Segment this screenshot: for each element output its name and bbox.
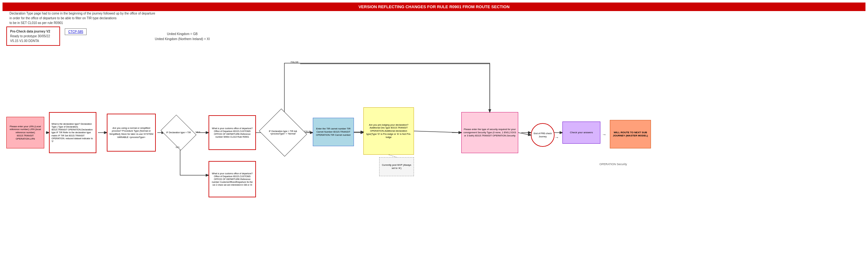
svg-line-11 [389, 155, 397, 157]
no-label-1: NO [176, 146, 180, 149]
arrow-right-2: → [602, 132, 607, 137]
end-pre-check-circle: End of PRE-check Journey [531, 123, 555, 147]
customs-office-2: What is your customs office of departure… [209, 161, 256, 197]
arrow-right-1: → [555, 135, 559, 140]
operation-security-label: OPERATION Security [599, 163, 627, 166]
security-type-box: Please enter the type of security requir… [461, 112, 518, 153]
pre-lodging-box: Are you pre-lodging your declaration? Ad… [363, 107, 414, 155]
version-banner: VERSION REFLECTING CHANGES FOR RULE R090… [3, 3, 865, 11]
ctcp-link[interactable]: CTCP-585 [65, 28, 87, 35]
tir-carnet-box: Enter the TIR carnet number TIR Carnet N… [313, 118, 354, 146]
declaration-type-box: What is the declaration type? Declaratio… [49, 112, 96, 153]
lrn-box: Please enter your LRN (Local reference n… [6, 117, 44, 149]
customs-office-1: What is your customs office of departure… [209, 115, 256, 150]
false-label: FALSE [291, 61, 299, 63]
yes-label-1: YES [195, 131, 200, 134]
if-tir-process-diamond: IF Declaration type = TIR && <processTyp… [265, 117, 301, 149]
top-note: Declaration Type page had to come in the… [9, 11, 155, 25]
if-declaration-diamond: IF Declaration type = TIR [164, 122, 193, 144]
svg-line-12 [518, 133, 531, 135]
true-label: TRUE [304, 130, 311, 133]
country-legend: United Kingdom = GB United Kingdom (Nort… [155, 32, 210, 42]
svg-line-15 [414, 131, 461, 133]
info-box: Pre-Check data journey V2 Ready to proto… [6, 27, 60, 46]
check-answers-box: Check your answers [562, 122, 600, 144]
procedure-type-box: Are you using a normal or simplified pro… [107, 114, 156, 152]
will-route-box: WILL ROUTE TO NEXT SUB JOURNEY (MASTER M… [610, 120, 651, 149]
currently-post-box: Currently post MVP (Always set to 'A') [379, 157, 414, 176]
